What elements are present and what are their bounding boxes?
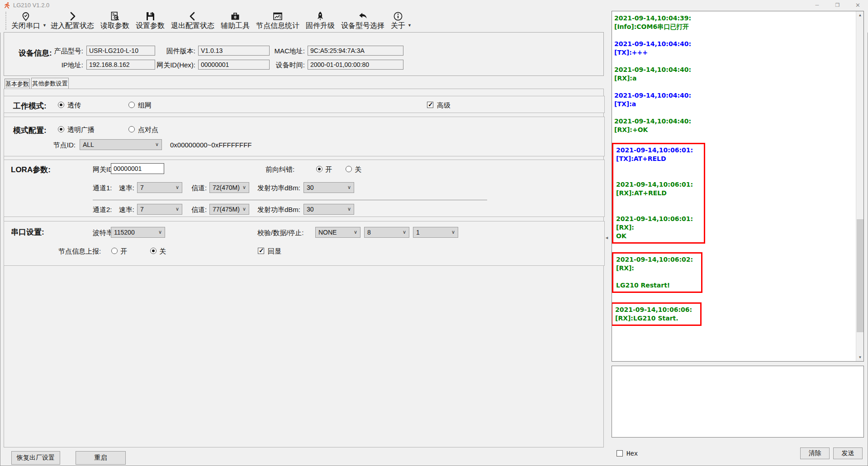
log-entry: 2021-09-14,10:04:40:[RX]:+OK [614, 117, 856, 134]
toolbar-aux-tools-button[interactable]: 辅助工具 [218, 10, 253, 30]
scrollbar-up-icon[interactable]: ▲ [856, 11, 864, 19]
channel2-power-select[interactable]: 30 ∨ [304, 204, 354, 215]
log-line: [Info]:COM6串口已打开 [614, 23, 856, 31]
log-line: [RX]:a [614, 74, 856, 83]
toolbar-item-label: 退出配置状态 [171, 22, 214, 30]
channel2-rate-select[interactable]: 7 ∨ [137, 204, 182, 215]
chevron-down-icon: ∨ [158, 229, 162, 235]
tab-basic-params[interactable]: 基本参数 [5, 79, 30, 89]
channel1-channel-select[interactable]: 72(470M) ∨ [209, 182, 249, 193]
restore-button[interactable]: ❐ [827, 0, 848, 10]
channel-divider [93, 200, 487, 200]
serial-settings-row: 串口设置: 波特率: 115200 ∨ 校验/数据/停止: NONE ∨ 8 ∨… [4, 221, 605, 266]
send-button[interactable]: 发送 [833, 447, 863, 459]
log-panel[interactable]: 2021-09-14,10:04:39:[Info]:COM6串口已打开2021… [612, 11, 864, 362]
node-report-label: 节点信息上报: [58, 247, 101, 256]
toolbar-close-serial-button[interactable]: 关闭串口 [8, 10, 43, 30]
log-line: LG210 Restart! [616, 281, 698, 290]
lora-gateway-id-input[interactable] [111, 163, 164, 174]
log-line: [RX]: [616, 264, 698, 273]
fec-on-label: 开 [325, 165, 332, 174]
mode-broadcast-radio[interactable] [58, 126, 64, 132]
log-entry: 2021-09-14,10:06:01:[TX]:AT+RELD [616, 146, 701, 163]
toolbar-read-params-button[interactable]: 读取参数 [97, 10, 133, 30]
caret-down-icon[interactable]: ▼ [408, 23, 412, 28]
chevron-down-icon: ∨ [403, 229, 406, 235]
toolbar-item-label: 固件升级 [306, 22, 335, 30]
advanced-checkbox[interactable] [427, 102, 433, 108]
log-line: [RX]:+OK [614, 126, 856, 134]
close-button[interactable]: ✕ [848, 0, 868, 10]
log-line: 2021-09-14,10:06:01: [616, 146, 701, 155]
data-bits-select[interactable]: 8 ∨ [364, 227, 409, 238]
log-line: [RX]:AT+RELD [616, 189, 701, 198]
work-mode-row: 工作模式: 透传 组网 高级 [4, 96, 605, 113]
work-mode-network-radio[interactable] [128, 102, 135, 108]
device-info-panel: 设备信息: 产品型号: USR-LG210-L-10 固件版本: V1.0.13… [4, 32, 604, 76]
stop-bits-select[interactable]: 1 ∨ [413, 227, 458, 238]
log-line: 2021-09-14,10:06:01: [616, 215, 701, 223]
restart-button[interactable]: 重启 [76, 451, 126, 465]
chevron-down-icon: ∨ [347, 206, 351, 212]
toolbar-exit-config-button[interactable]: 退出配置状态 [168, 10, 218, 30]
scrollbar-down-icon[interactable]: ▼ [856, 353, 864, 361]
send-input[interactable] [612, 366, 864, 438]
channel2-channel-select[interactable]: 77(475M) ∨ [209, 204, 249, 215]
product-model-label: 产品型号: [31, 47, 83, 56]
stop-bits-value: 1 [416, 229, 420, 236]
node-report-on-radio[interactable] [111, 248, 118, 254]
fec-off-radio[interactable] [346, 166, 352, 172]
channel1-power-select[interactable]: 30 ∨ [304, 182, 354, 193]
channel1-label: 通道1: [93, 184, 112, 193]
advanced-label: 高级 [437, 101, 451, 110]
log-line: 2021-09-14,10:04:40: [614, 40, 856, 48]
log-scrollbar[interactable]: ▲ ▼ [856, 11, 863, 361]
node-report-off-radio[interactable] [150, 248, 157, 254]
device-time-field[interactable]: 2000-01-01,00:00:80 [308, 60, 403, 70]
log-line: [RX]:LG210 Start. [615, 314, 697, 323]
toolbar-item-label: 读取参数 [100, 22, 129, 30]
echo-checkbox[interactable] [258, 248, 264, 254]
chevron-right-icon [67, 11, 78, 22]
toolbar-enter-config-button[interactable]: 进入配置状态 [47, 10, 97, 30]
clear-button[interactable]: 清除 [800, 447, 830, 459]
log-line: [RX]: [616, 223, 701, 232]
chevron-down-icon: ∨ [175, 184, 179, 190]
log-entry: 2021-09-14,10:04:40:[RX]:a [614, 66, 856, 83]
chevron-down-icon: ∨ [242, 206, 246, 212]
toolbar-firmware-upgrade-button[interactable]: 固件升级 [303, 10, 338, 30]
channel2-rate-label: 速率: [118, 206, 134, 214]
work-mode-network-label: 组网 [138, 101, 152, 110]
baud-select[interactable]: 115200 ∨ [111, 227, 165, 238]
factory-reset-button[interactable]: 恢复出厂设置 [11, 451, 60, 465]
toolbar-device-model-button[interactable]: 设备型号选择 [338, 10, 388, 30]
app-logo-icon [4, 2, 10, 9]
scroll-left-icon[interactable]: ◄ [605, 235, 609, 240]
node-id-select[interactable]: ALL ∨ [80, 139, 162, 150]
caret-down-icon[interactable]: ▼ [43, 23, 47, 28]
mode-p2p-radio[interactable] [128, 126, 135, 132]
channel1-power-label: 发射功率dBm: [257, 184, 300, 193]
log-group: 2021-09-14,10:04:40:[TX]:a [614, 91, 856, 108]
minimize-button[interactable]: ─ [807, 0, 827, 10]
log-entry: 2021-09-14,10:04:40:[TX]:+++ [614, 40, 856, 57]
mac-address-field[interactable]: 9C:A5:25:94:7A:3A [308, 46, 403, 56]
tab-other-params[interactable]: 其他参数设置 [31, 78, 69, 89]
toolbar-about-button[interactable]: 关于 [388, 10, 408, 30]
application-window: LG210 V1.2.0 ─ ❐ ✕ 关闭串口 ▼ 进入配置状态 [0, 0, 868, 466]
log-line: OK [616, 232, 701, 240]
toolbar-node-stats-button[interactable]: 节点信息统计 [253, 10, 303, 30]
work-mode-transparent-radio[interactable] [58, 102, 64, 108]
toolbar-set-params-button[interactable]: 设置参数 [133, 10, 168, 30]
log-line: [TX]:+++ [614, 48, 856, 57]
log-line: 2021-09-14,10:06:01: [616, 180, 701, 189]
toolbox-icon [230, 11, 241, 22]
toolbar-item-label: 进入配置状态 [51, 22, 94, 30]
fec-on-radio[interactable] [316, 166, 323, 172]
mode-p2p-label: 点对点 [138, 126, 158, 134]
scrollbar-thumb[interactable] [857, 219, 863, 332]
hex-checkbox[interactable] [617, 450, 623, 457]
channel1-rate-select[interactable]: 7 ∨ [137, 182, 182, 193]
parity-select[interactable]: NONE ∨ [315, 227, 360, 238]
parity-data-stop-label: 校验/数据/停止: [257, 229, 304, 237]
